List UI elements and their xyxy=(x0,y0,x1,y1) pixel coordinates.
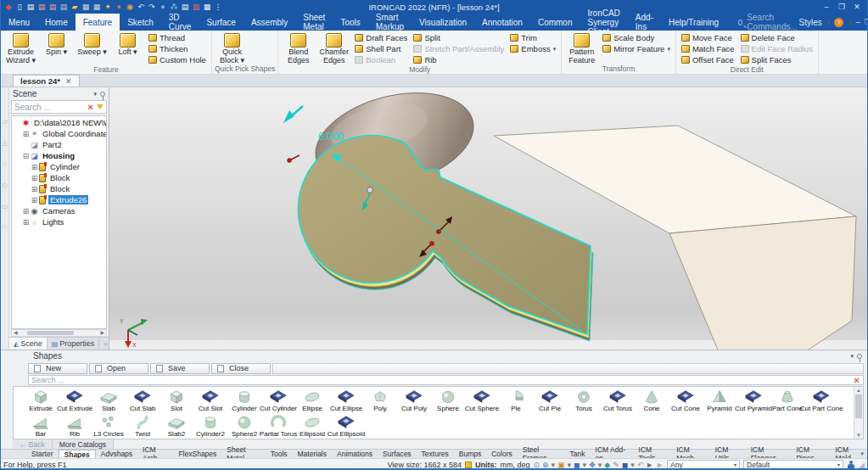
catalog-tab-materials[interactable]: Materials xyxy=(293,450,332,458)
scene-panel-dropdown-icon[interactable]: ▾ xyxy=(93,91,97,98)
ribbon-button-chamfer-edges[interactable]: Chamfer Edges xyxy=(316,31,351,64)
catalog-tab-flexshapes[interactable]: FlexShapes xyxy=(173,450,221,458)
render-icon[interactable]: ✦ xyxy=(104,3,112,12)
catalog-item-cut-slot[interactable]: Cut Slot xyxy=(193,389,227,412)
ribbon-button-sweep[interactable]: Sweep ▾ xyxy=(75,31,109,57)
viewport-3d[interactable]: 6.000 xyxy=(109,87,867,350)
catalog-item-extrude[interactable]: Extrude xyxy=(24,389,58,412)
catalog-item-pyramid[interactable]: Pyramid xyxy=(703,389,736,412)
catalog-item-cut-sphere[interactable]: Cut Sphere xyxy=(465,389,499,412)
shaded-view-icon[interactable]: ◼ xyxy=(574,461,580,469)
dropdown-icon[interactable]: ▾ xyxy=(630,461,635,469)
catalog-nav-more-catalogs[interactable]: More Catalogs xyxy=(53,439,114,449)
catalog-save-button[interactable]: Save xyxy=(150,363,210,374)
ribbon-button-rib[interactable]: Rib xyxy=(411,54,507,65)
ribbon-tab-sheet-metal[interactable]: Sheet Metal xyxy=(295,14,333,31)
catalog-close-button[interactable]: Close xyxy=(211,363,271,374)
ribbon-button-delete-face[interactable]: Delete Face xyxy=(738,32,815,43)
catalog-tab-tank[interactable]: Tank xyxy=(565,450,591,458)
ribbon-button-split[interactable]: Split xyxy=(411,32,507,43)
catalog-item-cut-cone[interactable]: Cut Cone xyxy=(669,389,703,412)
expand-plus-icon[interactable]: ⊞ xyxy=(22,218,30,227)
ribbon-minimize-icon[interactable]: – xyxy=(856,18,860,26)
maximize-icon[interactable]: ❐ xyxy=(835,3,848,11)
scene-search-input[interactable]: Search ... ✕ xyxy=(11,100,107,114)
catalog-item-sphere2[interactable]: Sphere2 xyxy=(227,414,261,438)
shapes-panel-pin-icon[interactable] xyxy=(857,354,862,359)
catalog-tab-tools[interactable]: Tools xyxy=(266,450,293,458)
ribbon-tab-feature[interactable]: Feature xyxy=(76,14,120,31)
ribbon-button-pattern-feature[interactable]: Pattern Feature xyxy=(564,31,599,64)
catalog-item-cut-ellipsoid[interactable]: Cut Ellipsoid xyxy=(329,414,363,438)
ribbon-tab-ironcad-synergy-client[interactable]: IronCAD Synergy Client xyxy=(580,14,627,31)
ribbon-tab-common[interactable]: Common xyxy=(530,14,580,31)
catalog-tab-animations[interactable]: Animations xyxy=(332,450,378,458)
expand-plus-icon[interactable]: ⊞ xyxy=(31,163,38,171)
tree-item-cameras[interactable]: ⊞◉Cameras xyxy=(12,205,106,216)
styles-button[interactable]: Styles xyxy=(799,18,822,27)
styles-dropdown-icon[interactable]: ▾ xyxy=(826,18,831,26)
document-close-icon[interactable]: ✕ xyxy=(65,77,72,86)
scroll-right-icon[interactable]: ▶ xyxy=(100,330,104,336)
tree-item-d-data-2018-new-word-tech-net[interactable]: ✱D:\data\2018 NEW\Word\TECH-NET xyxy=(12,117,106,128)
scene-horizontal-scrollbar[interactable]: ◀ ▶ xyxy=(11,329,107,337)
app-icon[interactable]: ◆ xyxy=(4,3,13,12)
catalog-item-cut-pyramid[interactable]: Cut Pyramid xyxy=(736,389,770,412)
ribbon-button-draft-faces[interactable]: Draft Faces xyxy=(352,32,410,43)
catalog-item-rib[interactable]: Rib xyxy=(58,414,92,438)
panel-tab-properties[interactable]: ▤Properties xyxy=(48,338,100,350)
catalog-tab-surfaces[interactable]: Surfaces xyxy=(378,450,417,458)
select-cursor-icon[interactable]: ► xyxy=(646,461,653,469)
document-tab[interactable]: lesson 24* ✕ xyxy=(13,75,80,87)
catalog-item-cylinder[interactable]: Cylinder xyxy=(227,389,261,412)
ribbon-button-shell-part[interactable]: Shell Part xyxy=(352,43,410,54)
catalog-new-button[interactable]: New xyxy=(28,363,87,374)
camera-icon[interactable]: ◉ xyxy=(126,3,134,12)
catalog-tab-icm-flanges[interactable]: ICM Flanges xyxy=(746,450,792,458)
scene-search-clear-icon[interactable]: ✕ xyxy=(87,103,94,112)
undo-view-icon[interactable]: ↶ xyxy=(637,461,644,469)
selection-filter-combo[interactable]: Any▾ xyxy=(667,460,740,469)
catalog-item-cone[interactable]: Cone xyxy=(635,389,669,412)
edit-view-icon[interactable]: ✎ xyxy=(613,461,619,469)
catalog-tab-bumps[interactable]: Bumps xyxy=(454,450,486,458)
close-icon[interactable]: ✕ xyxy=(850,3,864,11)
material-icon[interactable]: ● xyxy=(115,3,123,12)
catalog-tab-starter[interactable]: Starter xyxy=(26,450,59,458)
ribbon-button-loft[interactable]: Loft ▾ xyxy=(110,31,145,57)
catalog-item-torus[interactable]: Torus xyxy=(567,389,601,412)
display-cube-icon[interactable]: ◼ xyxy=(622,461,628,469)
catalog-item-sphere[interactable]: Sphere xyxy=(431,389,465,412)
catalog-tab-icm-utils[interactable]: ICM Utils xyxy=(710,450,746,458)
catalog-item-ellipse[interactable]: Ellipse xyxy=(295,389,329,412)
catalog-item-cut-poly[interactable]: Cut Poly xyxy=(397,389,431,412)
catalog-tab-textures[interactable]: Textures xyxy=(417,450,454,458)
dropdown-icon[interactable]: ▾ xyxy=(583,461,587,469)
scene-panel-pin-icon[interactable] xyxy=(100,92,105,97)
ribbon-tab-annotation[interactable]: Annotation xyxy=(474,14,530,31)
catalog-search-clear-icon[interactable]: ✕ xyxy=(854,376,860,385)
monitor-icon[interactable]: ▥ xyxy=(192,3,200,12)
scrollbar-thumb[interactable] xyxy=(855,394,862,418)
more-icon[interactable]: ⋮ xyxy=(214,3,222,12)
ribbon-button-quick-block[interactable]: Quick Block ▾ xyxy=(215,31,249,64)
catalog-item-cut-pie[interactable]: Cut Pie xyxy=(533,389,567,412)
catalog-vertical-scrollbar[interactable]: ▲ ▼ xyxy=(854,387,863,439)
ribbon-tab-add-ins[interactable]: Add-Ins xyxy=(628,14,661,31)
save-icon[interactable]: ▦ xyxy=(81,3,90,12)
tree-item-extrude26[interactable]: ⊞Extrude26 xyxy=(12,194,106,205)
ribbon-button-emboss[interactable]: Emboss▾ xyxy=(507,43,558,54)
undo-icon[interactable]: ↶ xyxy=(137,3,145,12)
expand-plus-icon[interactable]: ⊞ xyxy=(31,196,38,204)
catalog-tab-advshaps[interactable]: Advshaps xyxy=(96,450,137,458)
table-icon[interactable]: ▦ xyxy=(203,3,211,12)
catalog-tab-icm-arch[interactable]: ICM Arch xyxy=(137,450,173,458)
expand-plus-icon[interactable]: ⊞ xyxy=(22,130,30,138)
catalog-tab-icm-add-on[interactable]: ICM Add-on xyxy=(591,450,634,458)
catalog-tab-steel-frames[interactable]: Steel Frames xyxy=(518,450,565,458)
ribbon-tab-help-training[interactable]: Help/Training xyxy=(661,14,726,31)
tree-item-global-coordinate-system[interactable]: ⊞⌖Global Coordinate System xyxy=(12,128,106,139)
command-search[interactable]: Search Commands... xyxy=(738,14,798,31)
ribbon-button-move-face[interactable]: Move Face xyxy=(679,32,737,43)
sketch-arc-icon[interactable]: ◠ xyxy=(2,224,8,232)
